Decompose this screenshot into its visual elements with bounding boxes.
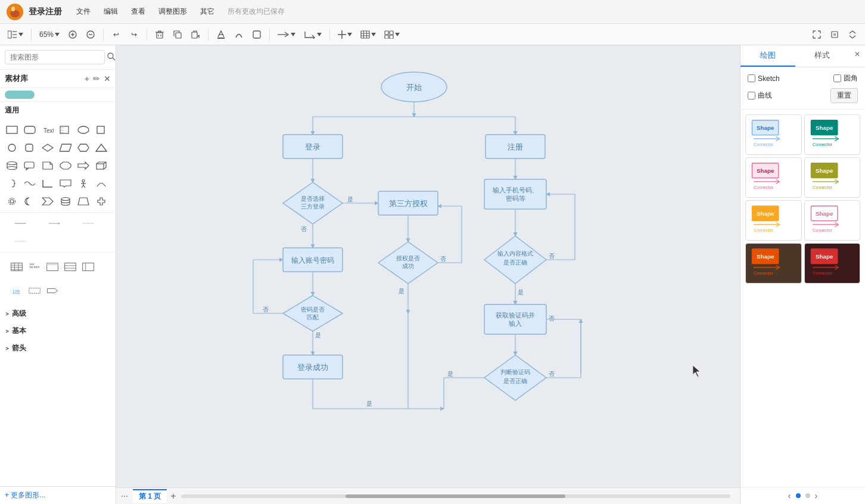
shape-table[interactable] bbox=[8, 259, 25, 275]
shape-triangle[interactable] bbox=[93, 139, 110, 156]
rounded-checkbox[interactable] bbox=[833, 74, 841, 82]
paste-btn[interactable] bbox=[188, 27, 203, 42]
shape-hexagon[interactable] bbox=[75, 139, 92, 156]
shape-3d-box[interactable] bbox=[93, 157, 110, 174]
fit-page-btn[interactable] bbox=[827, 27, 842, 42]
tab-style[interactable]: 样式 bbox=[795, 45, 850, 67]
shape-line-arrow[interactable] bbox=[38, 215, 70, 232]
shape-note[interactable]: ——— bbox=[57, 122, 74, 138]
insert-btn[interactable] bbox=[335, 27, 355, 42]
pag-dot-2[interactable] bbox=[805, 493, 810, 498]
menu-other[interactable]: 其它 bbox=[198, 5, 217, 18]
page-menu-btn[interactable]: ⋯ bbox=[121, 492, 128, 500]
sketch-option[interactable]: Sketch bbox=[748, 74, 780, 83]
undo-btn[interactable]: ↩ bbox=[108, 27, 124, 42]
shape-callout[interactable] bbox=[21, 157, 38, 174]
copy-btn[interactable] bbox=[170, 27, 185, 42]
stroke-color-btn[interactable] bbox=[231, 27, 247, 42]
shape-octagon[interactable] bbox=[57, 157, 74, 174]
tab-draw[interactable]: 绘图 bbox=[740, 45, 795, 67]
flowchart-diagram[interactable]: 开始 登录 注册 是 bbox=[146, 51, 682, 504]
panel-close-btn[interactable]: ✕ bbox=[850, 45, 865, 67]
style-card-3[interactable]: Shape Connector bbox=[745, 157, 802, 198]
style-card-4[interactable]: Shape Connector bbox=[804, 157, 861, 198]
shape-diamond[interactable] bbox=[39, 139, 56, 156]
menu-file[interactable]: 文件 bbox=[74, 5, 93, 18]
section-basic[interactable]: 基本 bbox=[0, 322, 116, 340]
search-icon[interactable] bbox=[107, 52, 116, 63]
shape-rect-rounded-sq[interactable] bbox=[21, 139, 38, 156]
section-advanced[interactable]: 高级 bbox=[0, 305, 116, 322]
rounded-option[interactable]: 圆角 bbox=[833, 73, 858, 83]
sketch-checkbox[interactable] bbox=[748, 74, 755, 82]
page-tab-1[interactable]: 第 1 页 bbox=[133, 489, 167, 503]
shape-tag[interactable] bbox=[44, 282, 61, 299]
curve-option[interactable]: 曲线 bbox=[748, 91, 772, 101]
style-card-7[interactable]: Shape Connector bbox=[745, 243, 802, 284]
search-input[interactable] bbox=[5, 50, 105, 64]
curve-checkbox[interactable] bbox=[748, 92, 755, 99]
shape-database[interactable] bbox=[57, 193, 74, 210]
style-card-8[interactable]: Shape Connector bbox=[804, 243, 861, 284]
menu-adjust[interactable]: 调整图形 bbox=[156, 5, 189, 18]
shape-data-table[interactable] bbox=[44, 259, 61, 275]
shape-arc[interactable] bbox=[93, 175, 110, 192]
fill-color-btn[interactable] bbox=[213, 27, 229, 42]
shape-line-dotted[interactable] bbox=[71, 215, 104, 232]
fullscreen-btn[interactable] bbox=[809, 27, 824, 42]
shape-link[interactable]: Link bbox=[8, 282, 25, 299]
section-arrows[interactable]: 箭头 bbox=[0, 340, 116, 357]
shape-swimlane[interactable] bbox=[80, 259, 97, 275]
scrollbar-thumb[interactable] bbox=[346, 494, 565, 498]
menu-view[interactable]: 查看 bbox=[129, 5, 148, 18]
more-shapes-link[interactable]: + 更多图形... bbox=[5, 491, 45, 499]
menu-edit[interactable]: 编辑 bbox=[101, 5, 120, 18]
shape-line-dashed[interactable] bbox=[4, 233, 36, 250]
zoom-out-btn[interactable] bbox=[83, 27, 98, 42]
shape-corner[interactable] bbox=[39, 175, 56, 192]
style-card-5[interactable]: Shape Connector bbox=[745, 200, 802, 241]
zoom-control[interactable]: 65% bbox=[36, 27, 63, 42]
shape-ellipse[interactable] bbox=[75, 122, 92, 138]
shape-gear[interactable] bbox=[4, 193, 20, 210]
pag-next-btn[interactable]: › bbox=[815, 491, 818, 500]
style-card-2[interactable]: Shape Connector bbox=[804, 114, 861, 155]
delete-btn[interactable] bbox=[152, 27, 167, 42]
shape-moon[interactable] bbox=[21, 193, 38, 210]
shape-entity[interactable] bbox=[62, 259, 79, 275]
shape-square[interactable] bbox=[93, 122, 110, 138]
connector-style-btn[interactable] bbox=[301, 27, 325, 42]
shape-doc[interactable] bbox=[39, 157, 56, 174]
shape-line-solid[interactable] bbox=[4, 215, 36, 232]
zoom-in-btn[interactable] bbox=[65, 27, 80, 42]
section-general[interactable]: 通用 bbox=[0, 102, 116, 119]
arrow-style-btn[interactable] bbox=[275, 27, 298, 42]
shape-brace[interactable] bbox=[4, 175, 20, 192]
canvas-area[interactable]: 开始 登录 注册 是 bbox=[116, 45, 740, 504]
shape-trapezoid[interactable] bbox=[75, 193, 92, 210]
reset-btn[interactable]: 重置 bbox=[830, 88, 858, 103]
edit-library-btn[interactable]: ✏ bbox=[93, 74, 100, 83]
pag-dot-1[interactable] bbox=[796, 493, 801, 498]
shape-rounded-rect[interactable] bbox=[21, 122, 38, 138]
shape-dashed-rect[interactable] bbox=[26, 282, 43, 299]
shape-wave[interactable] bbox=[21, 175, 38, 192]
collapse-btn[interactable] bbox=[845, 27, 860, 42]
close-library-btn[interactable]: ✕ bbox=[104, 74, 111, 83]
shape-cross[interactable] bbox=[93, 193, 110, 210]
shape-callout2[interactable] bbox=[57, 175, 74, 192]
shape-list[interactable]: Listlist item bbox=[26, 259, 43, 275]
pag-prev-btn[interactable]: ‹ bbox=[788, 491, 791, 500]
horizontal-scrollbar[interactable] bbox=[181, 494, 730, 498]
shape-text[interactable]: Text bbox=[39, 122, 56, 138]
shape-chevron[interactable] bbox=[39, 193, 56, 210]
shape-arrow-right[interactable] bbox=[75, 157, 92, 174]
shape-circle[interactable] bbox=[4, 139, 20, 156]
shape-rectangle[interactable] bbox=[4, 122, 20, 138]
shape-parallelogram[interactable] bbox=[57, 139, 74, 156]
redo-btn[interactable]: ↪ bbox=[126, 27, 142, 42]
add-page-btn[interactable]: + bbox=[170, 491, 176, 502]
style-card-1[interactable]: Shape Connector bbox=[745, 114, 802, 155]
shape-stick-man[interactable] bbox=[75, 175, 92, 192]
add-library-btn[interactable]: + bbox=[85, 74, 89, 83]
